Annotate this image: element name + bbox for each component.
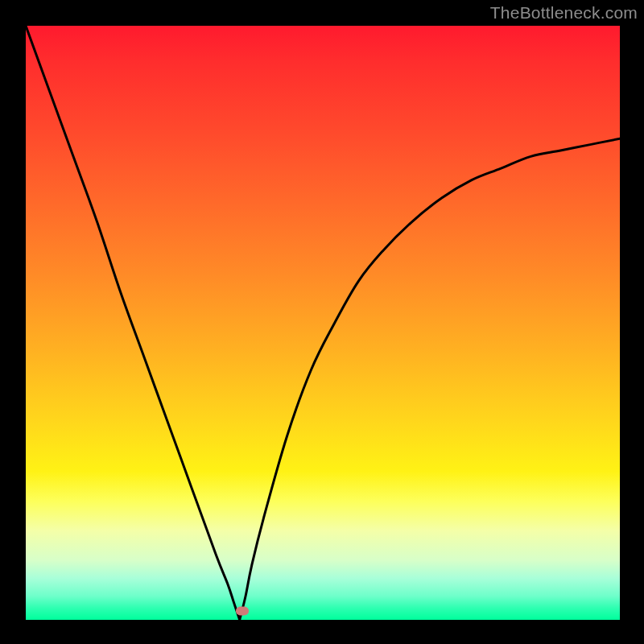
watermark-text: TheBottleneck.com: [490, 3, 638, 23]
bottleneck-curve: [26, 26, 620, 620]
vertex-marker: [236, 606, 249, 615]
curve-path: [26, 26, 620, 620]
plot-area: [26, 26, 620, 620]
chart-stage: TheBottleneck.com: [0, 0, 644, 644]
